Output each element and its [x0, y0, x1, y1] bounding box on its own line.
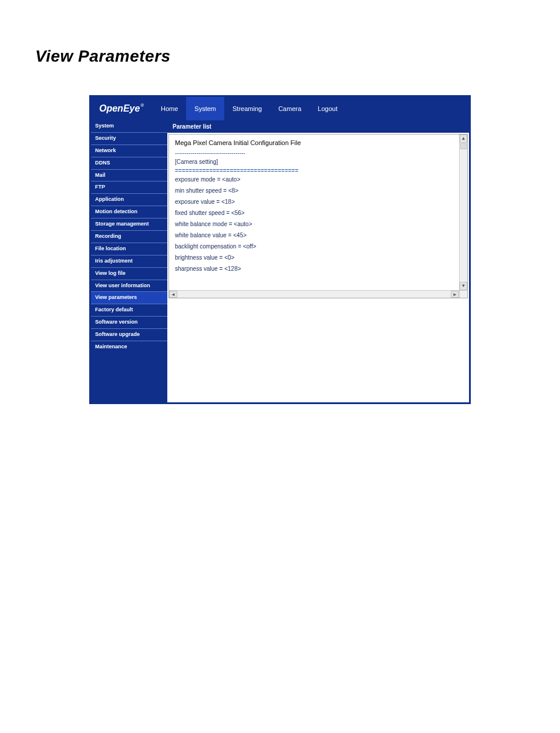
scroll-down-arrow-icon[interactable]: ▼ [460, 282, 467, 290]
sidebar-item-factory-default[interactable]: Factory default [91, 304, 167, 316]
sidebar-item-label: Network [95, 147, 116, 153]
sidebar-item-label: Motion detection [95, 209, 137, 214]
content-area: Parameter list Mega Pixel Camera Initial… [167, 120, 469, 402]
section-label: [Camera setting] [175, 156, 461, 167]
param-exposure-mode: exposure mode = <auto> [175, 174, 461, 185]
sidebar-item-recording[interactable]: Recording [91, 230, 167, 243]
sidebar-item-ddns[interactable]: DDNS [91, 157, 167, 169]
scroll-right-arrow-icon[interactable]: ► [451, 291, 459, 298]
app-header: OpenEye® Home System Streaming Camera Lo… [91, 97, 469, 120]
horizontal-scrollbar[interactable]: ◄ ► [169, 290, 459, 298]
separator-line: ------------------------------------ [175, 150, 461, 156]
panel-body-wrap: Mega Pixel Camera Initial Configuration … [168, 134, 468, 298]
sidebar-item-view-parameters[interactable]: View parameters [91, 291, 167, 304]
double-separator-line: ==================================== [175, 167, 461, 174]
param-backlight-compensation: backlight compensation = <off> [175, 241, 461, 252]
scroll-up-arrow-icon[interactable]: ▲ [460, 135, 467, 143]
sidebar-item-application[interactable]: Application [91, 193, 167, 206]
param-sharpness-value: sharpness value = <128> [175, 263, 461, 274]
param-exposure-value: exposure value = <18> [175, 196, 461, 207]
tab-camera[interactable]: Camera [270, 97, 309, 120]
parameter-list-panel: Mega Pixel Camera Initial Configuration … [168, 134, 468, 298]
sidebar-item-view-log-file[interactable]: View log file [91, 267, 167, 280]
sidebar-item-label: Application [95, 196, 124, 202]
brand-text: OpenEye [99, 103, 140, 114]
sidebar-item-label: Maintenance [95, 344, 127, 349]
sidebar-item-label: Recording [95, 233, 122, 239]
param-fixed-shutter-speed: fixed shutter speed = <56> [175, 207, 461, 218]
sidebar-item-label: System [95, 123, 114, 129]
param-min-shutter-speed: min shutter speed = <8> [175, 185, 461, 196]
sidebar-item-label: Factory default [95, 307, 133, 312]
tab-home[interactable]: Home [153, 97, 186, 120]
config-file-title: Mega Pixel Camera Initial Configuration … [175, 138, 461, 150]
sidebar: System Security Network DDNS Mail FTP Ap… [91, 120, 167, 402]
sidebar-item-label: View parameters [95, 294, 137, 300]
sidebar-item-label: Software upgrade [95, 331, 140, 337]
trademark-icon: ® [140, 103, 144, 108]
sidebar-item-label: View user information [95, 283, 150, 288]
sidebar-item-iris-adjustment[interactable]: Iris adjustment [91, 255, 167, 267]
sidebar-item-view-user-information[interactable]: View user information [91, 280, 167, 292]
sidebar-item-label: Software version [95, 319, 138, 325]
tab-label: System [194, 105, 216, 112]
scroll-corner [459, 290, 467, 298]
sidebar-item-label: DDNS [95, 160, 110, 166]
app-body: System Security Network DDNS Mail FTP Ap… [91, 120, 469, 402]
tab-streaming[interactable]: Streaming [224, 97, 270, 120]
sidebar-item-motion-detection[interactable]: Motion detection [91, 206, 167, 218]
tab-label: Camera [278, 105, 301, 112]
sidebar-item-file-location[interactable]: File location [91, 243, 167, 255]
sidebar-item-label: Security [95, 135, 116, 141]
tab-label: Logout [318, 105, 338, 112]
scroll-left-arrow-icon[interactable]: ◄ [169, 291, 177, 298]
tab-label: Home [161, 105, 178, 112]
sidebar-item-network[interactable]: Network [91, 144, 167, 157]
sidebar-item-ftp[interactable]: FTP [91, 181, 167, 193]
sidebar-item-mail[interactable]: Mail [91, 169, 167, 181]
tab-logout[interactable]: Logout [309, 97, 346, 120]
sidebar-item-software-upgrade[interactable]: Software upgrade [91, 328, 167, 341]
sidebar-item-storage-management[interactable]: Storage management [91, 218, 167, 230]
sidebar-item-system[interactable]: System [91, 120, 167, 132]
sidebar-item-maintenance[interactable]: Maintenance [91, 341, 167, 353]
param-brightness-value: brightness value = <0> [175, 252, 461, 263]
sidebar-item-security[interactable]: Security [91, 132, 167, 144]
tab-label: Streaming [232, 105, 262, 112]
sidebar-item-label: Mail [95, 172, 106, 178]
sidebar-item-label: View log file [95, 270, 126, 276]
panel-header: Parameter list [167, 120, 469, 133]
sidebar-item-label: Iris adjustment [95, 258, 133, 264]
app-window: OpenEye® Home System Streaming Camera Lo… [89, 95, 471, 404]
tab-system[interactable]: System [186, 97, 224, 120]
brand-logo: OpenEye® [91, 97, 153, 120]
vertical-scrollbar[interactable]: ▲ ▼ [459, 135, 467, 290]
sidebar-item-label: Storage management [95, 221, 149, 227]
sidebar-item-software-version[interactable]: Software version [91, 316, 167, 328]
tab-bar: Home System Streaming Camera Logout [153, 97, 346, 120]
sidebar-item-label: FTP [95, 184, 105, 190]
param-white-balance-value: white balance value = <45> [175, 230, 461, 241]
param-white-balance-mode: white balance mode = <auto> [175, 218, 461, 230]
scroll-thumb[interactable] [460, 143, 467, 149]
page-title: View Parameters [35, 47, 525, 66]
sidebar-item-label: File location [95, 246, 126, 251]
